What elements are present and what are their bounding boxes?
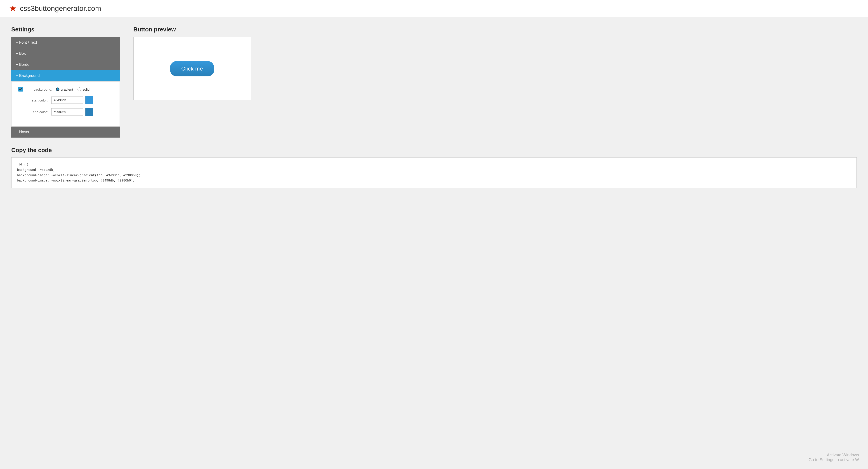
- background-radio-group: gradient solid: [56, 88, 90, 91]
- preview-title: Button preview: [133, 26, 857, 33]
- accordion-item-font-text[interactable]: + Font / Text: [11, 37, 120, 48]
- code-line-1: .btn {: [17, 162, 851, 167]
- start-color-input[interactable]: [51, 96, 83, 104]
- settings-title: Settings: [11, 26, 120, 33]
- header: ★ css3buttongenerator.com: [0, 0, 868, 17]
- solid-radio-label[interactable]: solid: [78, 88, 90, 91]
- end-color-row: end color:: [25, 108, 113, 116]
- code-box[interactable]: .btn { background: #3498db; background-i…: [11, 157, 857, 188]
- code-line-4: background-image: -moz-linear-gradient(t…: [17, 178, 851, 184]
- end-color-label: end color:: [25, 110, 48, 114]
- accordion-item-background[interactable]: + Background: [11, 70, 120, 82]
- end-color-swatch[interactable]: [85, 108, 93, 116]
- preview-button[interactable]: Click me: [170, 61, 214, 76]
- code-line-2: background: #3498db;: [17, 167, 851, 173]
- preview-panel: Button preview Click me: [133, 26, 857, 138]
- start-color-swatch[interactable]: [85, 96, 93, 104]
- start-color-label: start color:: [25, 98, 48, 102]
- solid-label: solid: [83, 88, 90, 91]
- button-preview-box: Click me: [133, 37, 251, 100]
- background-label: background:: [25, 88, 52, 91]
- accordion-item-border[interactable]: + Border: [11, 59, 120, 70]
- solid-radio[interactable]: [78, 88, 81, 91]
- background-checkbox[interactable]: [18, 87, 23, 92]
- background-type-row: background: gradient solid: [18, 87, 113, 92]
- copy-code-title: Copy the code: [11, 147, 857, 154]
- settings-panel: Settings + Font / Text + Box + Border + …: [11, 26, 120, 138]
- background-content: background: gradient solid sta: [11, 82, 120, 127]
- code-line-3: background-image: -webkit-linear-gradien…: [17, 173, 851, 178]
- start-color-row: start color:: [25, 96, 113, 104]
- site-title: css3buttongenerator.com: [20, 4, 101, 13]
- accordion: + Font / Text + Box + Border + Backgroun…: [11, 37, 120, 138]
- accordion-item-hover[interactable]: + Hover: [11, 127, 120, 138]
- gradient-radio[interactable]: [56, 88, 59, 91]
- code-section: Copy the code .btn { background: #3498db…: [0, 147, 868, 197]
- accordion-item-box[interactable]: + Box: [11, 48, 120, 59]
- main-content: Settings + Font / Text + Box + Border + …: [0, 17, 868, 147]
- gradient-radio-label[interactable]: gradient: [56, 88, 73, 91]
- gradient-label: gradient: [61, 88, 73, 91]
- star-icon: ★: [9, 4, 17, 13]
- end-color-input[interactable]: [51, 108, 83, 116]
